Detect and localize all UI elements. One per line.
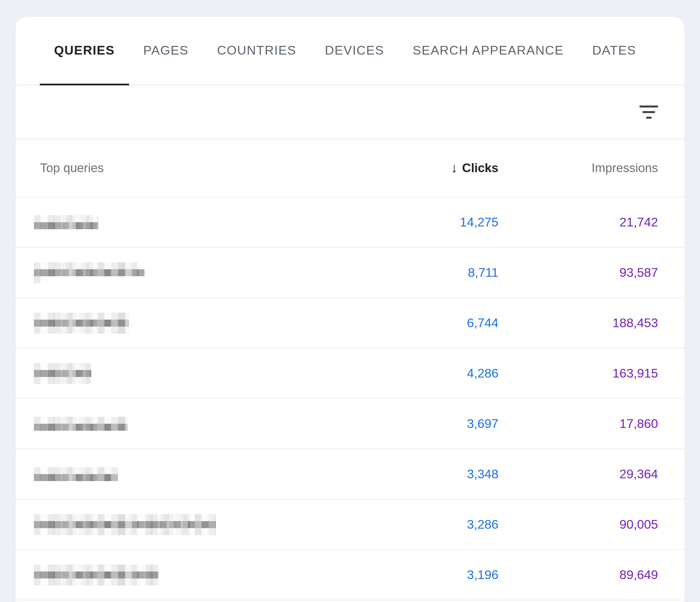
column-header-top-queries[interactable]: Top queries: [40, 161, 381, 175]
table-row[interactable]: 3,69717,860: [16, 399, 684, 449]
tab-countries[interactable]: COUNTRIES: [203, 17, 310, 85]
impressions-value: 29,364: [498, 467, 658, 481]
redacted-query-text: [34, 262, 381, 283]
column-header-clicks[interactable]: ↓ Clicks: [381, 161, 498, 175]
table-row[interactable]: 14,27521,742: [16, 197, 684, 248]
impressions-value: 188,453: [498, 316, 658, 330]
redacted-query-text: [34, 565, 381, 585]
clicks-value: 14,275: [381, 215, 498, 230]
redacted-query-text: [34, 313, 381, 334]
clicks-value: 3,348: [381, 467, 498, 481]
table-row[interactable]: 8,71193,587: [16, 248, 684, 298]
impressions-value: 89,649: [498, 568, 658, 582]
filter-toolbar: [16, 85, 684, 139]
table-header-row: Top queries ↓ Clicks Impressions: [16, 139, 684, 197]
clicks-value: 4,286: [381, 366, 498, 381]
tab-dates[interactable]: DATES: [578, 17, 650, 85]
clicks-value: 3,697: [381, 416, 498, 431]
impressions-value: 163,915: [498, 366, 658, 381]
clicks-header-label: Clicks: [462, 161, 498, 175]
filter-button[interactable]: [638, 101, 660, 123]
redacted-query-text: [34, 363, 381, 384]
clicks-value: 6,744: [381, 316, 498, 330]
impressions-value: 93,587: [498, 265, 658, 280]
clicks-value: 3,196: [381, 568, 498, 582]
tab-search-appearance[interactable]: SEARCH APPEARANCE: [398, 17, 578, 85]
redacted-query-text: [34, 215, 381, 229]
redacted-query-text: [34, 467, 381, 481]
table-row[interactable]: 6,744188,453: [16, 298, 684, 348]
impressions-value: 21,742: [498, 215, 658, 230]
tab-pages[interactable]: PAGES: [129, 17, 203, 85]
tab-queries[interactable]: QUERIES: [40, 17, 129, 85]
column-header-impressions[interactable]: Impressions: [498, 161, 658, 175]
table-body: 14,27521,7428,71193,5876,744188,4534,286…: [16, 197, 684, 600]
tab-devices[interactable]: DEVICES: [310, 17, 398, 85]
filter-list-icon: [640, 106, 658, 119]
clicks-value: 8,711: [381, 265, 498, 280]
table-row[interactable]: 4,286163,915: [16, 348, 684, 399]
table-row[interactable]: 3,34829,364: [16, 449, 684, 500]
sort-descending-arrow-icon: ↓: [451, 161, 457, 175]
performance-report-card: QUERIESPAGESCOUNTRIESDEVICESSEARCH APPEA…: [16, 17, 684, 602]
impressions-value: 17,860: [498, 416, 658, 431]
tab-bar: QUERIESPAGESCOUNTRIESDEVICESSEARCH APPEA…: [16, 17, 684, 85]
clicks-value: 3,286: [381, 517, 498, 532]
redacted-query-text: [34, 417, 381, 431]
table-row[interactable]: 3,28690,005: [16, 500, 684, 550]
redacted-query-text: [34, 514, 381, 535]
impressions-value: 90,005: [498, 517, 658, 532]
table-row[interactable]: 3,19689,649: [16, 550, 684, 600]
